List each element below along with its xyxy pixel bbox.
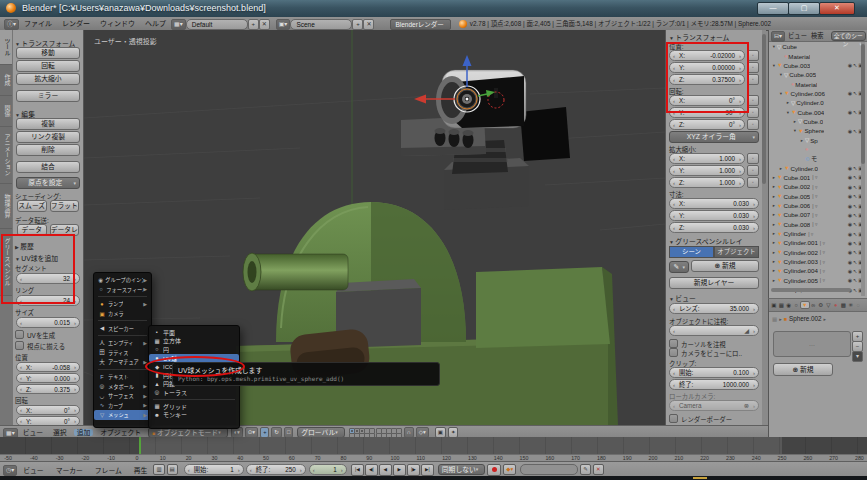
- render-engine-select[interactable]: Blenderレンダー: [390, 19, 450, 30]
- shelf-rot-Y:[interactable]: Y:0°: [16, 416, 80, 425]
- delete-key-icon[interactable]: ✕: [593, 464, 604, 475]
- np-field-X:[interactable]: X:1.000: [669, 153, 745, 164]
- opengl-render-icon[interactable]: ▣: [435, 427, 446, 438]
- visibility-eye-icon[interactable]: ◉: [848, 109, 852, 115]
- auto-key-dropdown[interactable]: ◆▾: [503, 464, 516, 475]
- properties-tab-object[interactable]: ▼: [800, 301, 810, 309]
- frame-end-field[interactable]: 終了: 250: [246, 464, 306, 475]
- minimize-button[interactable]: —: [757, 2, 789, 15]
- checkbox-icon[interactable]: [15, 330, 24, 339]
- properties-tab-scene[interactable]: ◉: [785, 302, 793, 308]
- np-field-Y:[interactable]: Y:0.030: [669, 210, 759, 221]
- uv-field-リング[interactable]: 24: [16, 295, 80, 306]
- shading-button-フラット[interactable]: フラット: [50, 200, 80, 212]
- outliner-row-Cube.0[interactable]: ▸▽Cube.0: [769, 117, 867, 126]
- add-layout-button[interactable]: +: [248, 19, 259, 30]
- section-history[interactable]: 履歴: [15, 241, 81, 250]
- keying-set-field[interactable]: [520, 464, 578, 475]
- section-add-uv-sphere[interactable]: UV球を追加: [15, 253, 81, 262]
- outliner-row-Cylinder.002[interactable]: ▸▼Cylinder.002| ▿◉↖▣: [769, 248, 867, 257]
- scene-field[interactable]: Scene: [290, 19, 352, 30]
- shelf-button-回転[interactable]: 回転: [16, 60, 80, 72]
- menu-item-カーブ[interactable]: ∿カーブ▶: [94, 401, 151, 411]
- shelf-button-削除[interactable]: 削除: [16, 144, 80, 156]
- visibility-eye-icon[interactable]: ◉: [848, 212, 852, 218]
- uv-field-セグメント[interactable]: 32: [16, 273, 80, 284]
- remove-scene-button[interactable]: ✕: [363, 19, 374, 30]
- outliner-row-Cylinder.0[interactable]: ▸▼Cylinder.0◉↖▣: [769, 163, 867, 172]
- playback-button-3[interactable]: ▶: [393, 464, 406, 476]
- checkbox-icon[interactable]: [669, 414, 678, 423]
- menu-item-ランプ[interactable]: ●ランプ▶: [94, 299, 151, 309]
- timeline-menu-ビュー[interactable]: ビュー: [23, 467, 43, 474]
- set-origin-dropdown[interactable]: 原点を設定: [16, 177, 80, 189]
- gp-layers-list[interactable]: ...: [773, 331, 851, 357]
- data-button-データ[interactable]: データ: [17, 224, 47, 236]
- visibility-eye-icon[interactable]: ◉: [848, 203, 852, 209]
- outliner-editor-icon[interactable]: ⊟▾: [771, 31, 785, 42]
- lock-icon[interactable]: ◦: [747, 107, 759, 118]
- visibility-eye-icon[interactable]: ◉: [848, 221, 852, 227]
- timeline-menu-マーカー[interactable]: マーカー: [56, 467, 83, 474]
- lock-object-field[interactable]: ◢: [669, 325, 759, 336]
- playback-button-1[interactable]: ◀|: [365, 464, 378, 476]
- outliner-row-Material[interactable]: ●Material: [769, 79, 867, 88]
- selectability-icon[interactable]: ↖: [853, 231, 857, 237]
- outliner-row-Cube.005[interactable]: ▾▽Cube.005: [769, 70, 867, 79]
- outliner-row-Cylinder.001[interactable]: ▸▼Cylinder.001| ▿◉↖▣: [769, 238, 867, 247]
- shelf-button-移動[interactable]: 移動: [16, 47, 80, 59]
- npanel-scrollbar[interactable]: [762, 30, 766, 425]
- add-scene-button[interactable]: +: [352, 19, 363, 30]
- selectability-icon[interactable]: ↖: [853, 109, 857, 115]
- selectability-icon[interactable]: ↖: [853, 128, 857, 134]
- section-transform-n[interactable]: トランスフォーム: [669, 32, 759, 42]
- outliner-row-Cube[interactable]: ▾▽Cube: [769, 42, 867, 51]
- rotation-mode-dropdown[interactable]: XYZ オイラー角: [669, 131, 759, 143]
- shelf-button-リンク複製[interactable]: リンク複製: [16, 131, 80, 143]
- np-field-Z:[interactable]: Z:0.37500: [669, 74, 745, 85]
- timeline-playhead[interactable]: [139, 437, 141, 454]
- outliner-row-Sp[interactable]: ▸▽Sp: [769, 135, 867, 144]
- playback-button-0[interactable]: |◀: [351, 464, 364, 476]
- visibility-eye-icon[interactable]: ◉: [848, 62, 852, 68]
- outliner-row-Cube.002[interactable]: ▸▼Cube.002| ▿◉↖▣: [769, 182, 867, 191]
- outliner-row-Cube.004[interactable]: ▾▼Cube.004◉↖▣: [769, 107, 867, 116]
- shelf-button-拡大縮小[interactable]: 拡大縮小: [16, 73, 80, 85]
- visibility-eye-icon[interactable]: ◉: [848, 174, 852, 180]
- menu-item-トーラス[interactable]: ◎トーラス: [149, 388, 239, 397]
- uv-check-視点に揃える[interactable]: 視点に揃える: [15, 341, 81, 351]
- menu-item-スピーカー[interactable]: ◀スピーカー: [94, 323, 151, 333]
- selectability-icon[interactable]: ↖: [853, 90, 857, 96]
- gp-draw-mode-dropdown[interactable]: ✎: [669, 261, 689, 273]
- selectability-icon[interactable]: ↖: [853, 174, 857, 180]
- view3d-menu-ビュー[interactable]: ビュー: [23, 429, 43, 436]
- np-field-Z:[interactable]: Z:1.000: [669, 177, 745, 188]
- menu-item-メッシュ[interactable]: ▽メッシュ▶: [94, 410, 151, 420]
- shading-button-スムーズ[interactable]: スムーズ: [17, 200, 47, 212]
- timeline-menu-フレーム[interactable]: フレーム: [95, 467, 122, 474]
- menu-item-平面[interactable]: ▪平面: [149, 328, 239, 337]
- lens-field[interactable]: レンズ: 35.000: [669, 303, 759, 314]
- shelf-tab-物理演算[interactable]: 物理演算: [0, 184, 12, 229]
- snap-element-dropdown[interactable]: ◇▾: [416, 427, 429, 438]
- visibility-eye-icon[interactable]: ◉: [848, 259, 852, 265]
- outliner-row-Cube.007[interactable]: ▸▼Cube.007| ▿◉↖▣: [769, 210, 867, 219]
- menu-item-カメラ[interactable]: ▣カメラ: [94, 309, 151, 319]
- menu-item-ラティス[interactable]: 田ラティス: [94, 348, 151, 358]
- section-transform[interactable]: トランスフォーム: [15, 38, 81, 47]
- shelf-loc-X:[interactable]: X:-0.058: [16, 362, 80, 372]
- data-button-データレ[interactable]: データレ: [50, 224, 80, 236]
- menu-item-グリッド[interactable]: ▦グリッド: [149, 402, 239, 411]
- menu-item-メタボール[interactable]: ◎メタボール▶: [94, 381, 151, 391]
- section-view[interactable]: ビュー: [669, 293, 759, 303]
- shelf-tab-ツール[interactable]: ツール: [0, 30, 12, 65]
- manipulator-scale-icon[interactable]: □: [284, 427, 293, 438]
- selectability-icon[interactable]: ↖: [853, 184, 857, 190]
- np-field-X:[interactable]: X:0°: [669, 95, 745, 106]
- visibility-eye-icon[interactable]: ◉: [848, 128, 852, 134]
- mirror-button[interactable]: ミラー: [16, 90, 80, 102]
- visibility-eye-icon[interactable]: ◉: [848, 165, 852, 171]
- current-frame-field[interactable]: 1: [309, 464, 347, 475]
- section-grease-pencil[interactable]: グリースペンシルレイ: [669, 236, 759, 246]
- view3d-menu-オブジェクト[interactable]: オブジェクト: [100, 429, 141, 436]
